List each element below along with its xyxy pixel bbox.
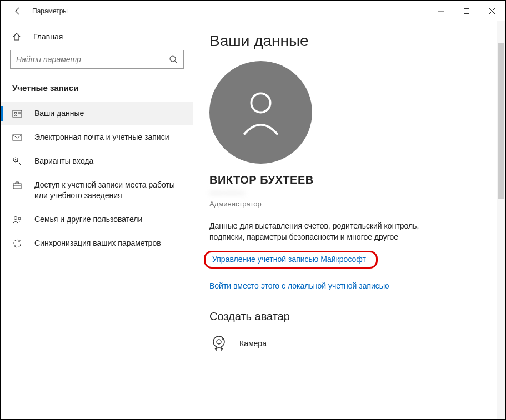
sidebar-item-signin-options[interactable]: Варианты входа [1,149,193,173]
search-input[interactable] [16,55,169,64]
user-placeholder-icon [234,86,287,139]
svg-point-18 [213,336,224,347]
close-icon [489,8,495,14]
user-name: ВИКТОР БУХТЕЕВ [209,174,488,186]
avatar [209,61,312,164]
svg-point-17 [251,93,270,112]
scrollbar[interactable] [497,21,505,419]
avatar-option-camera[interactable]: Камера [209,334,488,353]
create-avatar-title: Создать аватар [209,310,488,323]
info-text: Данные для выставления счетов, родительс… [209,220,448,243]
key-icon [12,156,22,166]
sidebar-item-label: Доступ к учетной записи места работы или… [34,180,182,201]
arrow-left-icon [13,7,22,16]
page-title: Ваши данные [209,32,488,50]
sidebar-home-label: Главная [33,32,63,41]
sidebar-item-label: Варианты входа [34,156,93,166]
sidebar: Главная Учетные записи Ваши данные Элект… [1,21,193,419]
sidebar-item-label: Синхронизация ваших параметров [34,238,161,249]
back-button[interactable] [8,1,28,21]
svg-point-7 [14,112,17,114]
briefcase-icon [12,180,22,190]
close-button[interactable] [479,1,505,21]
titlebar: Параметры [1,1,505,21]
sidebar-section-header: Учетные записи [1,79,193,102]
svg-point-4 [170,56,176,62]
user-card-icon [12,109,22,119]
camera-icon [209,334,228,353]
local-account-link[interactable]: Войти вместо этого с локальной учетной з… [209,281,389,290]
minimize-icon [438,8,444,14]
sidebar-item-work-school[interactable]: Доступ к учетной записи места работы или… [1,173,193,208]
svg-point-15 [14,216,17,219]
user-email: ••••••••••••• [209,189,488,198]
content-area: Ваши данные ВИКТОР БУХТЕЕВ •••••••••••••… [193,21,505,419]
sidebar-item-sync[interactable]: Синхронизация ваших параметров [1,231,193,255]
search-icon [169,55,178,64]
window-controls [428,1,505,21]
sidebar-item-label: Ваши данные [34,108,84,119]
mail-icon [12,133,22,143]
maximize-button[interactable] [454,1,479,21]
sidebar-item-family-users[interactable]: Семья и другие пользователи [1,208,193,231]
sidebar-item-label: Электронная почта и учетные записи [34,132,169,143]
home-icon [12,32,21,41]
user-role: Администратор [209,200,488,208]
svg-point-12 [15,159,16,160]
minimize-button[interactable] [428,1,454,21]
sidebar-item-your-info[interactable]: Ваши данные [1,102,193,125]
camera-label: Камера [239,339,267,348]
scrollbar-thumb[interactable] [498,43,504,199]
sidebar-item-home[interactable]: Главная [1,28,193,45]
svg-point-19 [217,340,221,344]
maximize-icon [464,8,469,14]
people-icon [12,215,22,225]
search-box[interactable] [10,50,184,69]
svg-line-5 [175,61,177,63]
sidebar-item-label: Семья и другие пользователи [34,214,142,225]
sidebar-item-email-accounts[interactable]: Электронная почта и учетные записи [1,125,193,149]
svg-point-16 [18,217,21,220]
svg-point-20 [222,338,223,340]
svg-rect-1 [464,9,469,14]
manage-microsoft-account-link[interactable]: Управление учетной записью Майкрософт [204,251,378,269]
window-title: Параметры [32,7,68,15]
sync-icon [12,239,22,249]
